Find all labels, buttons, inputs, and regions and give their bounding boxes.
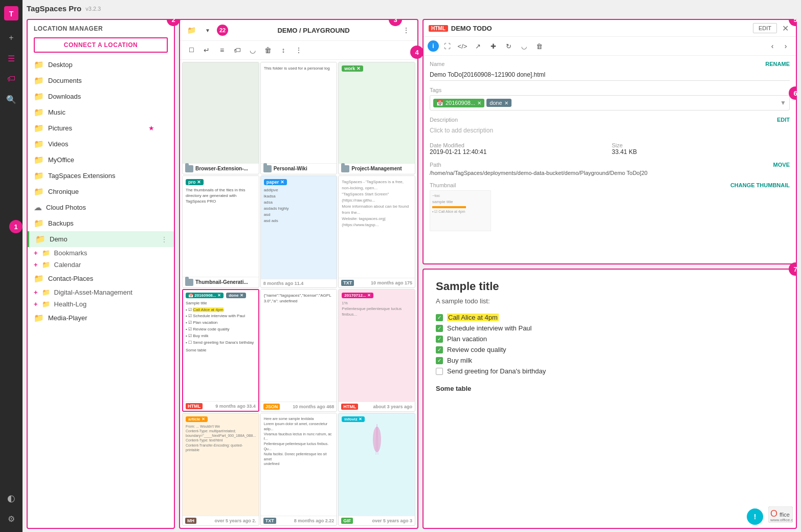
select-all-button[interactable]: ☐ (184, 43, 198, 57)
todo-checkbox[interactable]: ✓ (436, 346, 443, 353)
dropdown-button[interactable]: ▼ (201, 23, 215, 37)
sidebar-item-cloud-photos[interactable]: ☁ Cloud Photos ⋮ (28, 199, 174, 215)
folder-nav-button[interactable]: 📁 (184, 23, 198, 37)
sidebar-item-music[interactable]: 📁 Music ⋮ (28, 104, 174, 120)
tag-chip-done[interactable]: done ✕ (486, 99, 511, 107)
todo-list: ✓ Call Alice at 4pm ✓ Schedule interview… (436, 312, 784, 376)
todo-checkbox[interactable]: ✓ (436, 336, 443, 343)
move-button[interactable]: MOVE (773, 162, 790, 168)
sidebar-item-media-player[interactable]: 📁 Media-Player (28, 310, 174, 326)
more-file-ops-button[interactable]: ⋮ (292, 43, 306, 57)
copy-button[interactable]: ◡ (246, 43, 260, 57)
description-field[interactable]: Click to add description (430, 125, 790, 136)
sidebar-item-documents[interactable]: 📁 Documents ⋮ (28, 73, 174, 88)
list-view-button[interactable]: ≡ (215, 43, 229, 57)
sidebar-item-label: Contact-Places (48, 275, 168, 282)
sidebar-item-contact-places[interactable]: 📁 Contact-Places (28, 271, 174, 286)
file-card-footer: MH over 5 years ago 2. (183, 516, 259, 525)
size-label: Size (612, 142, 790, 148)
file-card-footer: HTML about 3 years ago (339, 402, 415, 411)
sidebar-item-downloads[interactable]: 📁 Downloads ⋮ (28, 88, 174, 104)
preview-panel: 7 Sample title A sample todo list: ✓ Cal… (422, 269, 797, 529)
refresh-button[interactable]: ↻ (501, 39, 516, 53)
tag-chip-date[interactable]: 📅 20160908... ✕ (433, 99, 484, 107)
toolbar-tags-icon[interactable]: 🏷 (2, 70, 20, 88)
more-options-button[interactable]: ⋮ (399, 23, 413, 37)
file-card[interactable]: paper ✕ addlpvelkadsaadsaasdads highlyas… (260, 175, 338, 288)
health-log-section[interactable]: + 📁 Health-Log (28, 298, 174, 310)
edit-button[interactable]: EDIT (753, 23, 777, 33)
sidebar-item-tagspaces-ext[interactable]: 📁 TagSpaces Extensions ⋮ (28, 168, 174, 184)
file-card[interactable]: article ✕ From: ... Wouldn't WeContent-T… (182, 413, 259, 526)
sidebar-item-desktop[interactable]: 📁 Desktop ⋮ (28, 57, 174, 73)
tag-button[interactable]: 🏷 (230, 43, 244, 57)
svg-text:ffice: ffice (780, 512, 790, 518)
highlight-text: Call Alice at 4pm (447, 314, 499, 321)
external-link-button[interactable]: ↗ (471, 39, 485, 53)
digital-asset-section[interactable]: + 📁 Digital-Asset-Management (28, 286, 174, 298)
notification-circle[interactable]: ! (747, 508, 763, 525)
tags-dropdown-button[interactable]: ▼ (780, 99, 786, 106)
todo-checkbox[interactable]: ✓ (436, 357, 443, 364)
info-button[interactable]: i (428, 40, 439, 52)
toolbar-browse-icon[interactable]: ☰ (2, 49, 20, 68)
todo-checkbox[interactable]: ✓ (436, 314, 443, 321)
change-thumbnail-button[interactable]: CHANGE THUMBNAIL (730, 182, 790, 188)
sidebar-item-videos[interactable]: 📁 Videos ⋮ (28, 136, 174, 152)
fullscreen-button[interactable]: ⛶ (440, 39, 454, 53)
file-name-input[interactable] (430, 69, 790, 81)
bookmark-button[interactable]: ✚ (486, 39, 500, 53)
file-card[interactable]: Here are some sample textdataLorem ipsum… (260, 413, 338, 526)
trash-button[interactable]: 🗑 (532, 39, 546, 53)
toolbar-theme-icon[interactable]: ◐ (2, 489, 20, 507)
description-edit-button[interactable]: EDIT (777, 117, 790, 123)
rename-button[interactable]: RENAME (765, 61, 790, 67)
delete-button[interactable]: 🗑 (261, 43, 275, 57)
file-tag: 20170712... ✕ (342, 293, 373, 298)
file-card[interactable]: work ✕ Project-Management (338, 62, 415, 174)
toolbar-search-icon[interactable]: 🔍 (2, 90, 20, 108)
file-card[interactable]: {"name":"tagspaces","license":"AGPL 3.0"… (260, 289, 338, 412)
file-preview: paper ✕ addlpvelkadsaadsaasdads highlyas… (261, 176, 337, 279)
folder-icon: 📁 (34, 171, 44, 181)
toolbar-new-icon[interactable]: + (2, 29, 20, 47)
prev-button[interactable]: ‹ (766, 40, 778, 52)
sidebar-item-myoffice[interactable]: 📁 MyOffice ⋮ (28, 152, 174, 168)
props-title: DEMO TODO (451, 25, 750, 32)
preview-body: Sample title A sample todo list: ✓ Call … (424, 270, 796, 528)
move-button[interactable]: ↕ (276, 43, 291, 57)
sidebar-item-demo[interactable]: 📁 Demo ⋮ (28, 231, 174, 247)
sidebar-item-pictures[interactable]: 📁 Pictures ★ ⋮ (28, 120, 174, 136)
table-label: Some table (436, 385, 784, 392)
file-card-demo-todo[interactable]: 📅 20160908... ✕ done ✕ Sample title • ☑ … (182, 289, 259, 412)
next-button[interactable]: › (780, 40, 792, 52)
file-card[interactable]: 20170712... ✕ 1%Pellentesque pellentesqu… (338, 289, 415, 412)
panel-badge-4: 4 (410, 46, 424, 59)
file-card[interactable]: infoviz ✕ GIF over 5 years ago 3 (338, 413, 415, 526)
copy-link-button[interactable]: ◡ (517, 39, 531, 53)
tags-row[interactable]: 📅 20160908... ✕ done ✕ ▼ (430, 95, 790, 110)
close-button[interactable]: ✕ (780, 24, 791, 33)
file-meta: 10 months ago 175 (356, 280, 412, 285)
connect-location-button[interactable]: CONNECT A LOCATION (34, 37, 168, 53)
toolbar-settings-icon[interactable]: ⚙ (2, 509, 20, 528)
tag-remove-button[interactable]: ✕ (477, 100, 481, 106)
calendar-section[interactable]: + 📁 Calendar (28, 259, 174, 271)
sort-button[interactable]: ↵ (199, 43, 214, 57)
file-card[interactable]: Browser-Extension-... (182, 62, 259, 174)
sidebar-item-chronique[interactable]: 📁 Chronique ⋮ (28, 184, 174, 199)
bookmarks-section[interactable]: + 📁 Bookmarks (28, 247, 174, 259)
sidebar-item-backups[interactable]: 📁 Backups ⋮ (28, 215, 174, 231)
code-button[interactable]: </> (455, 39, 470, 53)
todo-checkbox[interactable] (436, 368, 443, 375)
more-icon[interactable]: ⋮ (161, 235, 168, 243)
office-badge: O ffice www.office.co (765, 506, 796, 527)
plus-icon: + (34, 261, 38, 269)
todo-checkbox[interactable]: ✓ (436, 325, 443, 332)
file-card[interactable]: This folder is used for a personal log P… (260, 62, 338, 174)
file-card[interactable]: TagSpaces - 'TagSpaces is a free, non-lo… (338, 175, 415, 288)
file-type-badge: GIF (341, 518, 353, 524)
meta-section: Date Modified 2019-01-21 12:40:41 Size 3… (430, 142, 790, 156)
file-card[interactable]: pro ✕ The thumbnails of the files in thi… (182, 175, 259, 288)
tag-remove-button[interactable]: ✕ (504, 100, 508, 106)
